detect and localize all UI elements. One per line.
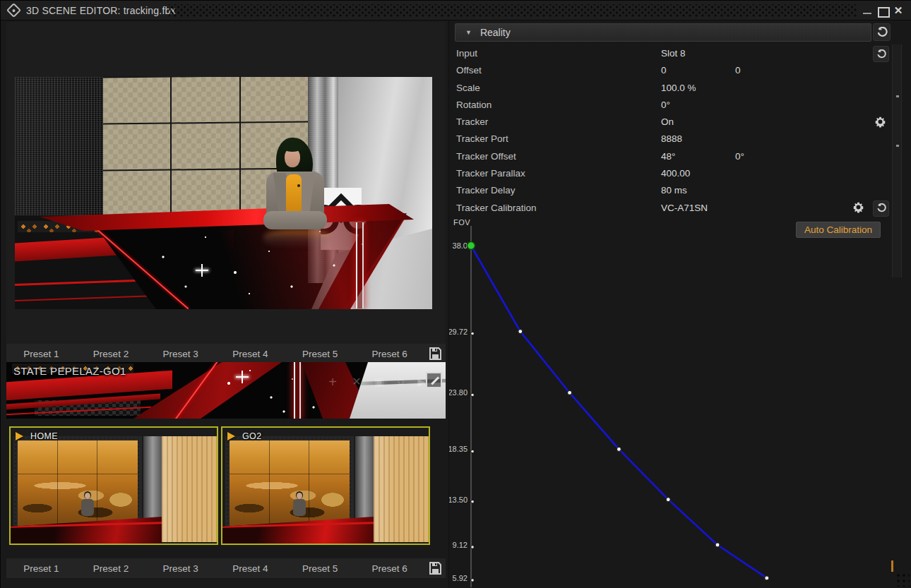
window-title: 3D SCENE EDITOR: tracking.fbx xyxy=(26,5,176,16)
tracker-offset-pan-value[interactable]: 48° xyxy=(661,151,675,162)
lapel-mic xyxy=(297,184,300,187)
calibration-point[interactable] xyxy=(617,447,621,451)
save-state-icon[interactable]: ▣ xyxy=(371,373,388,390)
desk-light-tube xyxy=(356,222,364,308)
property-row-tracker-offset: Tracker Offset 48° 0° xyxy=(449,149,911,166)
preset-3-button[interactable]: Preset 3 xyxy=(145,349,215,359)
drag-handle-dots[interactable] xyxy=(169,4,857,17)
preset-bar-top: Preset 1 Preset 2 Preset 3 Preset 4 Pres… xyxy=(6,344,446,364)
reset-section-button[interactable] xyxy=(873,23,891,41)
fov-tick-label: 9.12 xyxy=(453,541,468,549)
preset-4-button[interactable]: Preset 4 xyxy=(215,563,285,574)
property-row-input: Input Slot 8 xyxy=(449,46,911,63)
scene-thumbnail-go2[interactable]: GO2 xyxy=(221,426,430,545)
preset-5-button[interactable]: Preset 5 xyxy=(285,563,355,574)
preset-6-button[interactable]: Preset 6 xyxy=(355,563,424,574)
calibration-point[interactable] xyxy=(765,576,769,580)
property-row-tracker-parallax: Tracker Parallax 400.00 xyxy=(449,166,911,183)
state-strip[interactable]: STATE PEPELAZ-GO1 + ✕ ▣ ○ ▶ xyxy=(6,362,446,419)
offset-x-value[interactable]: 0 xyxy=(661,65,667,76)
play-icon[interactable] xyxy=(16,432,23,440)
calibration-point[interactable] xyxy=(715,543,720,547)
fov-tick-label: 29.72 xyxy=(449,328,468,336)
tracker-calibration-value[interactable]: VC-A71SN xyxy=(661,203,708,213)
preset-3-button[interactable]: Preset 3 xyxy=(145,563,215,574)
property-row-tracker: Tracker On xyxy=(449,114,911,131)
save-presets-icon[interactable] xyxy=(424,560,446,577)
app-window: 3D SCENE EDITOR: tracking.fbx ✕ xyxy=(0,0,911,588)
tracker-port-value[interactable]: 8888 xyxy=(661,133,682,144)
fov-axis-label: FOV xyxy=(453,218,470,227)
refresh-state-icon[interactable]: ○ xyxy=(393,373,410,390)
left-panel: Preset 1 Preset 2 Preset 3 Preset 4 Pres… xyxy=(1,20,449,588)
reset-input-button[interactable] xyxy=(873,46,889,62)
app-logo-icon xyxy=(6,3,21,18)
preset-1-button[interactable]: Preset 1 xyxy=(6,563,76,574)
presenter-small xyxy=(292,493,307,518)
chevron-down-icon: ▼ xyxy=(465,29,472,36)
preset-1-button[interactable]: Preset 1 xyxy=(6,349,76,359)
reality-section-header[interactable]: ▼ Reality xyxy=(455,23,871,42)
auto-calibration-button[interactable]: Auto Calibration xyxy=(796,222,881,238)
fov-tick-label: 23.80 xyxy=(449,388,468,397)
preset-2-button[interactable]: Preset 2 xyxy=(76,563,146,574)
property-row-tracker-delay: Tracker Delay 80 ms xyxy=(449,183,911,200)
wood-panel xyxy=(162,436,217,542)
fov-curve-svg[interactable]: FOV38.029.7223.8018.3513.509.125.92 xyxy=(449,216,911,588)
studio-preview xyxy=(15,77,432,309)
fov-tick-label: 5.92 xyxy=(453,574,468,582)
3d-viewport[interactable] xyxy=(6,22,446,344)
properties-panel: ▼ Reality Input Slot 8 Offset 0 0 Scale … xyxy=(449,20,911,588)
tracker-parallax-value[interactable]: 400.00 xyxy=(661,168,690,179)
delete-state-icon[interactable]: ✕ xyxy=(348,373,365,390)
close-button[interactable]: ✕ xyxy=(892,5,905,16)
offset-y-value[interactable]: 0 xyxy=(735,65,741,76)
tracker-offset-tilt-value[interactable]: 0° xyxy=(735,151,744,162)
title-bar[interactable]: 3D SCENE EDITOR: tracking.fbx ✕ xyxy=(1,1,911,20)
edit-state-icon[interactable] xyxy=(426,372,442,388)
fov-tick-label: 38.0 xyxy=(453,241,468,250)
fov-calibration-chart[interactable]: FOV38.029.7223.8018.3513.509.125.92 Auto… xyxy=(449,216,911,588)
star-sparkle xyxy=(196,264,208,277)
scroll-marker xyxy=(891,560,893,572)
property-row-scale: Scale 100.0 % xyxy=(449,80,911,97)
scrollbar-track[interactable] xyxy=(892,44,902,277)
calibration-point[interactable] xyxy=(518,330,523,334)
property-row-tracker-port: Tracker Port 8888 xyxy=(449,131,911,148)
input-value[interactable]: Slot 8 xyxy=(661,48,686,59)
preset-5-button[interactable]: Preset 5 xyxy=(285,349,355,359)
property-row-rotation: Rotation 0° xyxy=(449,97,911,114)
preset-bar-bottom: Preset 1 Preset 2 Preset 3 Preset 4 Pres… xyxy=(6,558,446,578)
thumbnail-label: HOME xyxy=(30,431,58,441)
scale-value[interactable]: 100.0 % xyxy=(661,83,696,93)
property-rows: Input Slot 8 Offset 0 0 Scale 100.0 % Ro… xyxy=(449,46,911,217)
wood-panel xyxy=(374,436,429,542)
calibration-settings-gear-icon[interactable] xyxy=(851,200,865,215)
calibration-start-point[interactable] xyxy=(468,242,475,250)
tracker-settings-gear-icon[interactable] xyxy=(873,114,887,128)
mesh-wall xyxy=(15,77,103,215)
play-icon[interactable] xyxy=(227,432,235,440)
presenter xyxy=(261,138,334,236)
save-presets-icon[interactable] xyxy=(424,345,446,362)
state-name-label: STATE PEPELAZ-GO1 xyxy=(13,365,126,377)
preset-6-button[interactable]: Preset 6 xyxy=(355,349,424,359)
calibration-point[interactable] xyxy=(666,498,670,502)
add-state-icon[interactable]: + xyxy=(324,373,341,390)
property-row-tracker-calibration: Tracker Calibration VC-A71SN xyxy=(449,200,911,217)
scene-thumbnail-home[interactable]: HOME xyxy=(9,426,218,545)
preset-2-button[interactable]: Preset 2 xyxy=(76,349,146,359)
tracker-delay-value[interactable]: 80 ms xyxy=(661,185,687,196)
resize-grip[interactable] xyxy=(895,572,910,587)
fov-tick-label: 18.35 xyxy=(449,445,468,453)
tracker-toggle-value[interactable]: On xyxy=(661,116,674,127)
calibration-point[interactable] xyxy=(568,390,572,395)
maximize-button[interactable] xyxy=(876,5,889,16)
fov-tick-label: 13.50 xyxy=(449,496,468,504)
rotation-value[interactable]: 0° xyxy=(661,100,670,110)
reset-calibration-button[interactable] xyxy=(873,200,889,217)
section-title: Reality xyxy=(480,27,511,38)
presenter-small xyxy=(80,493,95,518)
minimize-button[interactable] xyxy=(862,5,874,16)
preset-4-button[interactable]: Preset 4 xyxy=(215,349,285,359)
